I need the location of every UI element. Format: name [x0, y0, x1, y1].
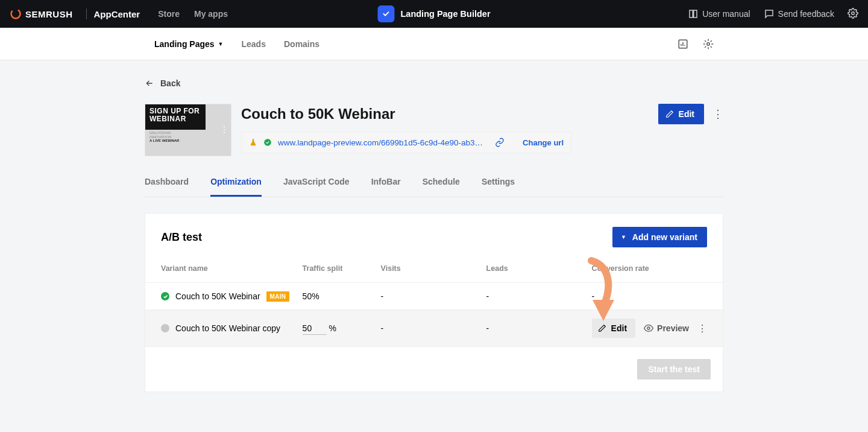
col-conv: Conversion rate [592, 258, 723, 283]
brand-name: SEMRUSH [25, 9, 73, 19]
variants-table: Variant name Traffic split Visits Leads … [145, 258, 723, 347]
user-manual-label: User manual [702, 9, 750, 19]
send-feedback-label: Send feedback [778, 9, 834, 19]
sub-nav-right [678, 39, 714, 49]
row-actions: Edit Preview ⋮ [592, 319, 707, 338]
chat-icon [764, 8, 775, 19]
more-icon[interactable]: ⋮ [712, 107, 723, 121]
variant-name-cell: Couch to 50K Webinar copy [161, 323, 303, 333]
col-variant: Variant name [145, 258, 303, 283]
change-url-link[interactable]: Change url [523, 138, 564, 147]
leads-link[interactable]: Leads [242, 39, 266, 49]
preview-variant-button[interactable]: Preview [644, 323, 689, 333]
svg-point-0 [10, 8, 22, 20]
top-bar: SEMRUSH AppCenter Store My apps Landing … [0, 0, 868, 28]
status-dot-active [161, 292, 169, 300]
landing-pages-dropdown[interactable]: Landing Pages ▼ [154, 39, 224, 49]
preview-label: Preview [657, 323, 689, 333]
tab-settings[interactable]: Settings [482, 168, 515, 197]
variant-name: Couch to 50K Webinar copy [175, 323, 280, 333]
tab-schedule[interactable]: Schedule [423, 168, 460, 197]
pencil-icon [598, 324, 606, 332]
split-input[interactable] [303, 322, 327, 335]
edit-variant-button[interactable]: Edit [592, 319, 635, 338]
col-split: Traffic split [303, 258, 381, 283]
back-link[interactable]: Back [145, 78, 723, 88]
ab-test-card: A/B test ▼ Add new variant Variant name … [145, 213, 723, 392]
tabs: Dashboard Optimization JavaScript Code I… [145, 168, 723, 197]
sub-nav-left: Landing Pages ▼ Leads Domains [154, 39, 319, 49]
conv-value: - [592, 283, 723, 310]
tab-dashboard[interactable]: Dashboard [145, 168, 189, 197]
start-test-button[interactable]: Start the test [637, 359, 711, 380]
table-row[interactable]: Couch to 50K Webinar copy % - - Edit [145, 310, 723, 347]
app-title: Landing Page Builder [400, 9, 490, 19]
domains-link[interactable]: Domains [284, 39, 319, 49]
leads-value: - [486, 283, 592, 310]
back-label: Back [160, 78, 180, 88]
gear-icon[interactable] [703, 39, 714, 49]
variant-name: Couch to 50K Webinar [175, 291, 260, 301]
svg-point-1 [852, 11, 855, 14]
page-url[interactable]: www.landpage-preview.com/6699b1d5-6c9d-4… [278, 138, 483, 147]
page-header: SIGN UP FOR WEBINAR UNLOCKINGINNOVATIONA… [145, 104, 723, 156]
tab-optimization[interactable]: Optimization [210, 168, 262, 197]
app-icon [377, 5, 394, 22]
thumb-subhead: UNLOCKINGINNOVATIONA LIVE WEBINAR [149, 131, 179, 143]
edit-page-button[interactable]: Edit [658, 104, 704, 124]
page-title-box: Couch to 50K Webinar Edit ⋮ www.landpage… [241, 104, 723, 153]
nav-myapps[interactable]: My apps [194, 9, 228, 19]
thumb-more-icon: ⋯ [219, 125, 229, 134]
thumb-headline: SIGN UP FOR WEBINAR [145, 104, 206, 130]
user-manual-link[interactable]: User manual [688, 8, 750, 19]
gear-icon [848, 8, 858, 19]
check-circle-icon [263, 138, 272, 147]
pencil-icon [665, 110, 674, 118]
analytics-icon[interactable] [678, 39, 688, 49]
sub-nav: Landing Pages ▼ Leads Domains [0, 28, 868, 60]
page-title: Couch to 50K Webinar [241, 106, 395, 122]
brand-logo[interactable]: SEMRUSH [10, 8, 73, 20]
settings-button[interactable] [848, 8, 858, 21]
leads-value: - [486, 310, 592, 347]
more-icon[interactable]: ⋮ [697, 323, 707, 334]
col-leads: Leads [486, 258, 592, 283]
vertical-divider [86, 8, 87, 19]
appcenter-label[interactable]: AppCenter [94, 9, 140, 19]
semrush-logo-icon [10, 8, 22, 20]
tab-javascript[interactable]: JavaScript Code [283, 168, 350, 197]
edit-label: Edit [679, 109, 694, 119]
card-footer: Start the test [145, 347, 723, 392]
table-row[interactable]: Couch to 50K Webinar MAIN 50% - - - [145, 283, 723, 310]
top-nav: Store My apps [158, 9, 228, 19]
chevron-down-icon: ▼ [218, 41, 224, 47]
url-bar: www.landpage-preview.com/6699b1d5-6c9d-4… [241, 132, 571, 153]
send-feedback-link[interactable]: Send feedback [764, 8, 834, 19]
svg-point-3 [707, 42, 710, 45]
title-actions: Edit ⋮ [658, 104, 723, 124]
add-variant-button[interactable]: ▼ Add new variant [612, 227, 707, 247]
add-variant-label: Add new variant [632, 232, 697, 242]
visits-value: - [381, 310, 486, 347]
eye-icon [644, 323, 653, 333]
book-icon [688, 8, 699, 19]
nav-store[interactable]: Store [158, 9, 180, 19]
edit-label: Edit [611, 323, 627, 333]
flask-icon [249, 138, 257, 147]
link-icon[interactable] [495, 138, 505, 147]
content: Back SIGN UP FOR WEBINAR UNLOCKINGINNOVA… [0, 60, 868, 392]
title-row: Couch to 50K Webinar Edit ⋮ [241, 104, 723, 124]
app-title-wrap: Landing Page Builder [377, 5, 490, 22]
split-value: 50% [303, 291, 319, 301]
main-badge: MAIN [266, 291, 290, 302]
chevron-down-icon: ▼ [621, 234, 626, 240]
arrow-left-icon [145, 78, 154, 88]
svg-point-5 [647, 327, 650, 329]
landing-pages-label: Landing Pages [154, 39, 215, 49]
tab-infobar[interactable]: InfoBar [371, 168, 401, 197]
page-thumbnail[interactable]: SIGN UP FOR WEBINAR UNLOCKINGINNOVATIONA… [145, 104, 231, 156]
svg-point-4 [264, 139, 271, 146]
status-dot-inactive [161, 324, 169, 332]
ab-test-title: A/B test [161, 231, 202, 244]
visits-value: - [381, 283, 486, 310]
